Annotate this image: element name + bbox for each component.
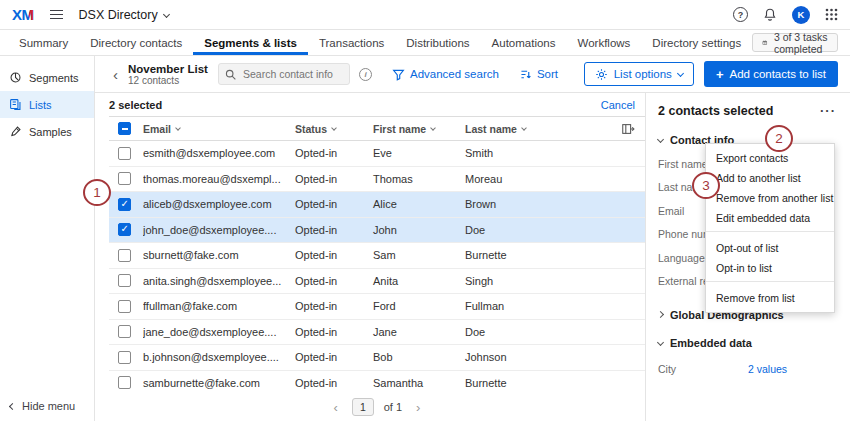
chevron-down-icon [430, 125, 436, 131]
sidebar-item-segments[interactable]: Segments [0, 64, 94, 91]
context-menu-item[interactable]: Opt-out of list [706, 238, 834, 258]
row-checkbox[interactable] [118, 172, 131, 185]
xm-logo: X M M [12, 6, 34, 23]
sidebar: Segments Lists Samples Hide menu [0, 56, 95, 421]
nav-tab-label: Distributions [406, 37, 469, 49]
nav-tab[interactable]: Workflows [567, 30, 642, 55]
list-contact-count: 12 contacts [128, 75, 204, 86]
cell-status: Opted-in [295, 249, 373, 261]
add-contacts-button[interactable]: + Add contacts to list [704, 61, 838, 87]
list-options-label: List options [614, 68, 672, 80]
help-icon[interactable]: ? [733, 7, 748, 22]
cell-first-name: Anita [373, 275, 465, 287]
cell-status: Opted-in [295, 351, 373, 363]
table-row[interactable]: esmith@dsxemployee.com Opted-in Eve Smit… [109, 141, 645, 167]
add-contacts-label: Add contacts to list [729, 68, 826, 80]
row-checkbox[interactable] [118, 147, 131, 160]
column-header-email[interactable]: Email [143, 123, 295, 135]
notifications-bell-icon[interactable] [763, 7, 777, 22]
nav-tab-label: Workflows [578, 37, 631, 49]
section-embedded-data[interactable]: Embedded data [658, 337, 838, 349]
cell-email: ffullman@fake.com [143, 300, 295, 312]
tasks-badge[interactable]: 3 of 3 tasks completed [752, 33, 838, 52]
cell-last-name: Johnson [465, 351, 575, 363]
row-checkbox[interactable] [118, 274, 131, 287]
sidebar-item-label: Segments [29, 72, 79, 84]
hide-menu-button[interactable]: Hide menu [10, 400, 75, 412]
table-body: esmith@dsxemployee.com Opted-in Eve Smit… [109, 141, 645, 393]
context-menu-item[interactable]: Remove from list [706, 288, 834, 308]
cell-last-name: Singh [465, 275, 575, 287]
table-row[interactable]: sburnett@fake.com Opted-in Sam Burnette [109, 243, 645, 269]
cell-last-name: Burnette [465, 377, 575, 389]
embedded-data-city-row: City 2 values [658, 363, 838, 375]
row-checkbox[interactable] [118, 300, 131, 313]
current-page[interactable]: 1 [352, 398, 374, 416]
nav-tab[interactable]: Transactions [308, 30, 395, 55]
cell-first-name: Alice [373, 198, 465, 210]
more-options-icon[interactable]: ··· [818, 103, 838, 118]
info-icon[interactable]: i [359, 68, 372, 81]
chevron-down-icon [657, 338, 664, 345]
column-header-first-name[interactable]: First name [373, 123, 465, 135]
cell-status: Opted-in [295, 377, 373, 389]
nav-tab[interactable]: Automations [481, 30, 567, 55]
select-all-checkbox[interactable] [118, 122, 131, 135]
row-checkbox[interactable] [118, 376, 131, 389]
user-avatar[interactable]: K [792, 6, 810, 24]
row-checkbox[interactable] [118, 325, 131, 338]
logo-m: M M [22, 6, 34, 23]
nav-tab-label: Segments & lists [204, 37, 297, 49]
table-row[interactable]: jane_doe@dsxemployee.... Opted-in Jane D… [109, 320, 645, 346]
previous-page-button[interactable]: ‹ [330, 400, 342, 415]
gift-icon [762, 37, 768, 48]
nav-tab[interactable]: Directory contacts [79, 30, 193, 55]
city-values-link[interactable]: 2 values [748, 363, 787, 375]
cell-first-name: Ford [373, 300, 465, 312]
sort-label: Sort [537, 68, 558, 80]
nav-tab[interactable]: Directory settings [641, 30, 752, 55]
table-row[interactable]: thomas.moreau@dsxempl... Opted-in Thomas… [109, 167, 645, 193]
column-settings-button[interactable] [575, 122, 645, 136]
sort-button[interactable]: Sort [519, 68, 558, 81]
table-row[interactable]: ffullman@fake.com Opted-in Ford Fullman [109, 294, 645, 320]
row-checkbox[interactable] [118, 198, 131, 211]
row-checkbox[interactable] [118, 249, 131, 262]
context-menu-item[interactable]: Opt-in to list [706, 258, 834, 282]
nav-tab[interactable]: Distributions [395, 30, 480, 55]
table-row[interactable]: samburnette@fake.com Opted-in Samantha B… [109, 371, 645, 394]
apps-grid-icon[interactable] [825, 8, 838, 21]
cancel-selection-link[interactable]: Cancel [601, 99, 635, 111]
context-menu-item[interactable]: Add to another list [706, 168, 834, 188]
back-button[interactable]: ‹ [109, 66, 122, 83]
row-checkbox[interactable] [118, 223, 131, 236]
next-page-button[interactable]: › [412, 400, 424, 415]
manage-columns-icon [621, 122, 635, 136]
search-icon [224, 68, 237, 81]
table-row[interactable]: anita.singh@dsxemployee... Opted-in Anit… [109, 269, 645, 295]
context-menu-item[interactable]: Export contacts [706, 148, 834, 168]
nav-tab-label: Transactions [319, 37, 384, 49]
cell-status: Opted-in [295, 224, 373, 236]
column-header-status[interactable]: Status [295, 123, 373, 135]
table-row[interactable]: john_doe@dsxemployee.... Opted-in John D… [109, 218, 645, 244]
sidebar-item-lists[interactable]: Lists [0, 91, 94, 118]
hamburger-menu-icon[interactable] [47, 7, 66, 23]
table-row[interactable]: aliceb@dsxemployee.com Opted-in Alice Br… [109, 192, 645, 218]
directory-title-dropdown[interactable]: DSX Directory [79, 8, 169, 22]
nav-tab[interactable]: Summary [8, 30, 79, 55]
topbar-actions: ? K [733, 6, 838, 24]
table-row[interactable]: b.johnson@dsxemployee.... Opted-in Bob J… [109, 345, 645, 371]
cell-last-name: Fullman [465, 300, 575, 312]
column-header-last-name[interactable]: Last name [465, 123, 575, 135]
sidebar-item-samples[interactable]: Samples [0, 118, 94, 145]
context-menu-item[interactable]: Remove from another list [706, 188, 834, 208]
search-input[interactable] [218, 63, 350, 85]
advanced-search-button[interactable]: Advanced search [392, 68, 499, 81]
context-menu: Export contacts Add to another list Remo… [705, 143, 835, 313]
list-options-button[interactable]: List options [584, 62, 694, 86]
context-menu-item[interactable]: Edit embedded data [706, 208, 834, 232]
sidebar-item-label: Lists [29, 99, 52, 111]
nav-tab[interactable]: Segments & lists [193, 30, 308, 55]
row-checkbox[interactable] [118, 351, 131, 364]
